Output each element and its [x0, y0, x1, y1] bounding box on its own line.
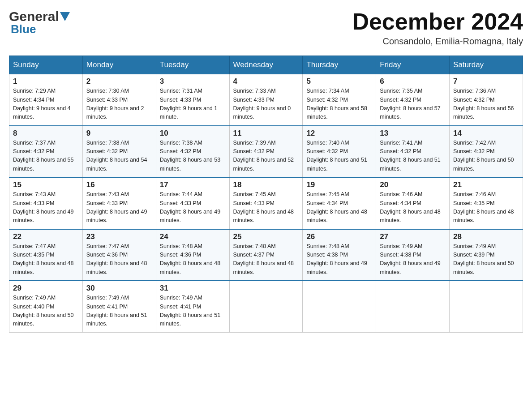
calendar-cell: 16Sunrise: 7:43 AMSunset: 4:33 PMDayligh… — [82, 177, 156, 229]
calendar-cell: 18Sunrise: 7:45 AMSunset: 4:33 PMDayligh… — [229, 177, 303, 229]
day-number: 7 — [453, 77, 519, 86]
calendar-cell: 14Sunrise: 7:42 AMSunset: 4:32 PMDayligh… — [450, 126, 523, 178]
day-number: 9 — [86, 129, 152, 138]
calendar-cell: 29Sunrise: 7:49 AMSunset: 4:40 PMDayligh… — [9, 281, 83, 332]
calendar-cell: 4Sunrise: 7:33 AMSunset: 4:33 PMDaylight… — [229, 74, 303, 126]
day-number: 20 — [380, 180, 446, 189]
calendar-cell: 30Sunrise: 7:49 AMSunset: 4:41 PMDayligh… — [82, 281, 156, 332]
day-number: 16 — [86, 180, 152, 189]
day-number: 25 — [233, 232, 299, 241]
calendar-week-row: 8Sunrise: 7:37 AMSunset: 4:32 PMDaylight… — [9, 126, 523, 178]
calendar-week-row: 1Sunrise: 7:29 AMSunset: 4:34 PMDaylight… — [9, 74, 523, 126]
day-info: Sunrise: 7:29 AMSunset: 4:34 PMDaylight:… — [13, 87, 79, 122]
day-info: Sunrise: 7:30 AMSunset: 4:33 PMDaylight:… — [86, 87, 152, 122]
day-info: Sunrise: 7:46 AMSunset: 4:35 PMDaylight:… — [453, 190, 519, 225]
day-info: Sunrise: 7:39 AMSunset: 4:32 PMDaylight:… — [233, 139, 299, 174]
calendar-cell: 17Sunrise: 7:44 AMSunset: 4:33 PMDayligh… — [156, 177, 229, 229]
logo-arrow-icon — [60, 12, 70, 22]
calendar-body: 1Sunrise: 7:29 AMSunset: 4:34 PMDaylight… — [9, 74, 523, 333]
calendar-table: SundayMondayTuesdayWednesdayThursdayFrid… — [9, 56, 523, 333]
calendar-cell: 28Sunrise: 7:49 AMSunset: 4:39 PMDayligh… — [450, 229, 523, 281]
day-info: Sunrise: 7:34 AMSunset: 4:32 PMDaylight:… — [306, 87, 372, 122]
day-info: Sunrise: 7:49 AMSunset: 4:38 PMDaylight:… — [380, 242, 446, 277]
day-info: Sunrise: 7:48 AMSunset: 4:38 PMDaylight:… — [306, 242, 372, 277]
weekday-header-friday: Friday — [376, 56, 450, 74]
day-info: Sunrise: 7:47 AMSunset: 4:35 PMDaylight:… — [13, 242, 79, 277]
day-number: 14 — [453, 129, 519, 138]
calendar-cell: 11Sunrise: 7:39 AMSunset: 4:32 PMDayligh… — [229, 126, 303, 178]
day-number: 22 — [13, 232, 79, 241]
calendar-cell — [376, 281, 450, 332]
day-number: 24 — [160, 232, 226, 241]
svg-marker-0 — [60, 12, 70, 21]
day-number: 23 — [86, 232, 152, 241]
day-number: 15 — [13, 180, 79, 189]
day-info: Sunrise: 7:49 AMSunset: 4:40 PMDaylight:… — [13, 294, 79, 329]
day-info: Sunrise: 7:48 AMSunset: 4:36 PMDaylight:… — [160, 242, 226, 277]
calendar-week-row: 22Sunrise: 7:47 AMSunset: 4:35 PMDayligh… — [9, 229, 523, 281]
day-number: 4 — [233, 77, 299, 86]
day-number: 28 — [453, 232, 519, 241]
calendar-cell: 21Sunrise: 7:46 AMSunset: 4:35 PMDayligh… — [450, 177, 523, 229]
weekday-header-monday: Monday — [82, 56, 156, 74]
day-info: Sunrise: 7:49 AMSunset: 4:41 PMDaylight:… — [160, 294, 226, 329]
calendar-cell: 8Sunrise: 7:37 AMSunset: 4:32 PMDaylight… — [9, 126, 83, 178]
day-info: Sunrise: 7:48 AMSunset: 4:37 PMDaylight:… — [233, 242, 299, 277]
day-number: 10 — [160, 129, 226, 138]
calendar-cell: 24Sunrise: 7:48 AMSunset: 4:36 PMDayligh… — [156, 229, 229, 281]
calendar-cell: 15Sunrise: 7:43 AMSunset: 4:33 PMDayligh… — [9, 177, 83, 229]
day-number: 13 — [380, 129, 446, 138]
day-info: Sunrise: 7:38 AMSunset: 4:32 PMDaylight:… — [86, 139, 152, 174]
day-info: Sunrise: 7:45 AMSunset: 4:33 PMDaylight:… — [233, 190, 299, 225]
day-number: 29 — [13, 284, 79, 293]
calendar-cell: 10Sunrise: 7:38 AMSunset: 4:32 PMDayligh… — [156, 126, 229, 178]
day-info: Sunrise: 7:49 AMSunset: 4:41 PMDaylight:… — [86, 294, 152, 329]
day-number: 1 — [13, 77, 79, 86]
day-number: 26 — [306, 232, 372, 241]
day-info: Sunrise: 7:49 AMSunset: 4:39 PMDaylight:… — [453, 242, 519, 277]
day-number: 5 — [306, 77, 372, 86]
calendar-cell: 12Sunrise: 7:40 AMSunset: 4:32 PMDayligh… — [303, 126, 376, 178]
day-number: 2 — [86, 77, 152, 86]
day-number: 30 — [86, 284, 152, 293]
weekday-header-row: SundayMondayTuesdayWednesdayThursdayFrid… — [9, 56, 523, 74]
weekday-header-sunday: Sunday — [9, 56, 83, 74]
logo-general: General — [9, 9, 59, 24]
location-title: Consandolo, Emilia-Romagna, Italy — [352, 36, 523, 47]
day-info: Sunrise: 7:43 AMSunset: 4:33 PMDaylight:… — [13, 190, 79, 225]
day-number: 27 — [380, 232, 446, 241]
day-info: Sunrise: 7:42 AMSunset: 4:32 PMDaylight:… — [453, 139, 519, 174]
day-number: 31 — [160, 284, 226, 293]
day-info: Sunrise: 7:37 AMSunset: 4:32 PMDaylight:… — [13, 139, 79, 174]
calendar-cell: 26Sunrise: 7:48 AMSunset: 4:38 PMDayligh… — [303, 229, 376, 281]
title-section: December 2024 Consandolo, Emilia-Romagna… — [352, 9, 523, 47]
day-info: Sunrise: 7:36 AMSunset: 4:32 PMDaylight:… — [453, 87, 519, 122]
day-number: 6 — [380, 77, 446, 86]
day-info: Sunrise: 7:33 AMSunset: 4:33 PMDaylight:… — [233, 87, 299, 122]
weekday-header-tuesday: Tuesday — [156, 56, 229, 74]
calendar-cell: 20Sunrise: 7:46 AMSunset: 4:34 PMDayligh… — [376, 177, 450, 229]
calendar-cell: 7Sunrise: 7:36 AMSunset: 4:32 PMDaylight… — [450, 74, 523, 126]
month-title: December 2024 — [352, 9, 523, 34]
logo-blue: Blue — [11, 22, 36, 36]
calendar-cell: 25Sunrise: 7:48 AMSunset: 4:37 PMDayligh… — [229, 229, 303, 281]
day-number: 8 — [13, 129, 79, 138]
day-info: Sunrise: 7:46 AMSunset: 4:34 PMDaylight:… — [380, 190, 446, 225]
day-info: Sunrise: 7:47 AMSunset: 4:36 PMDaylight:… — [86, 242, 152, 277]
calendar-cell: 27Sunrise: 7:49 AMSunset: 4:38 PMDayligh… — [376, 229, 450, 281]
day-info: Sunrise: 7:41 AMSunset: 4:32 PMDaylight:… — [380, 139, 446, 174]
weekday-header-wednesday: Wednesday — [229, 56, 303, 74]
calendar-cell: 5Sunrise: 7:34 AMSunset: 4:32 PMDaylight… — [303, 74, 376, 126]
day-info: Sunrise: 7:35 AMSunset: 4:32 PMDaylight:… — [380, 87, 446, 122]
weekday-header-saturday: Saturday — [450, 56, 523, 74]
day-number: 12 — [306, 129, 372, 138]
calendar-cell: 31Sunrise: 7:49 AMSunset: 4:41 PMDayligh… — [156, 281, 229, 332]
calendar-cell: 9Sunrise: 7:38 AMSunset: 4:32 PMDaylight… — [82, 126, 156, 178]
calendar-week-row: 29Sunrise: 7:49 AMSunset: 4:40 PMDayligh… — [9, 281, 523, 332]
day-number: 17 — [160, 180, 226, 189]
day-info: Sunrise: 7:40 AMSunset: 4:32 PMDaylight:… — [306, 139, 372, 174]
day-info: Sunrise: 7:38 AMSunset: 4:32 PMDaylight:… — [160, 139, 226, 174]
day-info: Sunrise: 7:45 AMSunset: 4:34 PMDaylight:… — [306, 190, 372, 225]
calendar-cell: 2Sunrise: 7:30 AMSunset: 4:33 PMDaylight… — [82, 74, 156, 126]
calendar-cell: 22Sunrise: 7:47 AMSunset: 4:35 PMDayligh… — [9, 229, 83, 281]
